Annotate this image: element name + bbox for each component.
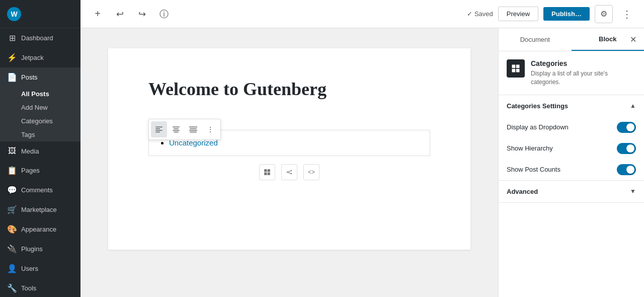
categories-settings-header[interactable]: Categories Settings ▲ <box>499 95 644 117</box>
align-wide-button[interactable] <box>185 121 201 137</box>
sidebar-item-users[interactable]: 👤 Users <box>0 259 80 278</box>
media-icon: 🖼 <box>7 146 17 156</box>
plugins-icon: 🔌 <box>7 244 17 254</box>
show-post-counts-toggle[interactable] <box>617 164 636 175</box>
sidebar-item-label: Comments <box>21 186 53 194</box>
panel-close-button[interactable]: ✕ <box>626 33 640 47</box>
sidebar-item-media[interactable]: 🖼 Media <box>0 141 80 161</box>
svg-rect-7 <box>174 132 178 132</box>
marketplace-icon: 🛒 <box>7 205 17 214</box>
more-icon: ⋮ <box>622 8 632 20</box>
sidebar-item-appearance[interactable]: 🎨 Appearance <box>0 219 80 239</box>
svg-rect-6 <box>173 130 179 130</box>
close-icon: ✕ <box>630 35 636 44</box>
block-description: Display a list of all your site's catego… <box>531 69 636 87</box>
saved-status: ✓ Saved <box>467 10 493 18</box>
display-as-dropdown-label: Display as Dropdown <box>507 123 569 131</box>
sidebar-item-marketplace[interactable]: 🛒 Marketplace <box>0 200 80 219</box>
categories-settings-title: Categories Settings <box>507 102 568 110</box>
sidebar-item-tools[interactable]: 🔧 Tools <box>0 278 80 297</box>
svg-rect-3 <box>155 132 160 132</box>
sidebar-item-dashboard[interactable]: ⊞ Dashboard <box>0 28 80 48</box>
sidebar-item-label: Appearance <box>21 226 56 233</box>
sidebar-item-label: Marketplace <box>21 206 57 213</box>
svg-rect-23 <box>512 69 516 72</box>
grid-view-button[interactable] <box>259 164 275 180</box>
advanced-section-header[interactable]: Advanced ▼ <box>499 181 644 202</box>
publish-button[interactable]: Publish… <box>543 7 590 21</box>
show-hierarchy-label: Show Hierarchy <box>507 144 553 152</box>
sidebar-item-jetpack[interactable]: ⚡ Jetpack <box>0 48 80 67</box>
submenu-all-posts[interactable]: All Posts <box>0 87 80 101</box>
svg-rect-8 <box>189 127 197 127</box>
submenu-categories[interactable]: Categories <box>0 114 80 128</box>
submenu-add-new[interactable]: Add New <box>0 101 80 114</box>
show-hierarchy-row: Show Hierarchy <box>499 138 644 159</box>
code-view-button[interactable]: <> <box>303 164 319 180</box>
svg-rect-15 <box>268 173 270 175</box>
show-post-counts-label: Show Post Counts <box>507 166 560 173</box>
add-block-button[interactable]: + <box>89 5 107 23</box>
sidebar: W ⊞ Dashboard ⚡ Jetpack 📄 Posts All Post… <box>0 0 80 297</box>
redo-icon: ↪ <box>138 9 146 20</box>
gear-icon: ⚙ <box>600 9 607 19</box>
svg-line-19 <box>288 171 291 172</box>
svg-point-17 <box>291 170 292 171</box>
align-left-button[interactable] <box>151 121 167 137</box>
svg-rect-4 <box>173 127 179 127</box>
sidebar-item-label: Plugins <box>21 245 43 253</box>
sidebar-item-label: Posts <box>21 73 38 81</box>
svg-rect-22 <box>516 65 520 68</box>
svg-rect-0 <box>155 127 162 127</box>
svg-rect-21 <box>512 65 516 68</box>
svg-point-18 <box>291 173 292 174</box>
appearance-icon: 🎨 <box>7 225 17 234</box>
preview-button[interactable]: Preview <box>498 7 538 21</box>
categories-block-icon <box>507 59 525 78</box>
align-center-button[interactable] <box>168 121 184 137</box>
svg-rect-1 <box>155 128 160 129</box>
post-title[interactable]: Welcome to Gutenberg <box>148 79 430 100</box>
sidebar-item-label: Dashboard <box>21 34 53 42</box>
info-button[interactable]: ⓘ <box>155 5 173 23</box>
dashboard-icon: ⊞ <box>7 33 17 43</box>
block-info-text: Categories Display a list of all your si… <box>531 59 636 87</box>
redo-button[interactable]: ↪ <box>133 5 151 23</box>
sidebar-item-plugins[interactable]: 🔌 Plugins <box>0 239 80 259</box>
display-as-dropdown-toggle[interactable] <box>617 122 636 133</box>
editor-canvas: Welcome to Gutenberg <box>108 48 470 250</box>
posts-icon: 📄 <box>7 72 17 82</box>
toolbar-right: ✓ Saved Preview Publish… ⚙ ⋮ <box>467 5 636 23</box>
categories-icon <box>511 63 521 73</box>
sidebar-item-pages[interactable]: 📋 Pages <box>0 161 80 180</box>
sidebar-item-label: Tools <box>21 284 36 292</box>
svg-rect-13 <box>268 169 270 172</box>
code-icon: <> <box>308 169 315 176</box>
block-more-button[interactable]: ⋮ <box>202 121 218 137</box>
sidebar-item-comments[interactable]: 💬 Comments <box>0 180 80 200</box>
svg-rect-10 <box>189 130 197 130</box>
more-options-button[interactable]: ⋮ <box>618 5 636 23</box>
sidebar-logo: W <box>0 0 80 28</box>
pages-icon: 📋 <box>7 166 17 175</box>
align-center-icon <box>172 125 180 133</box>
categories-settings-section: Categories Settings ▲ Display as Dropdow… <box>499 95 644 181</box>
align-wide-icon <box>189 125 197 133</box>
tree-view-button[interactable] <box>281 164 297 180</box>
tab-document[interactable]: Document <box>499 28 572 51</box>
submenu-tags[interactable]: Tags <box>0 128 80 141</box>
advanced-title: Advanced <box>507 188 538 195</box>
advanced-section: Advanced ▼ <box>499 181 644 203</box>
chevron-down-icon: ▼ <box>630 188 636 195</box>
sidebar-item-posts[interactable]: 📄 Posts <box>0 67 80 87</box>
editor-area: Welcome to Gutenberg <box>80 28 498 297</box>
top-toolbar: + ↩ ↪ ⓘ ✓ Saved Preview Publish… ⚙ ⋮ <box>80 0 644 28</box>
undo-button[interactable]: ↩ <box>111 5 129 23</box>
svg-rect-5 <box>174 128 178 129</box>
svg-line-20 <box>288 172 291 174</box>
svg-rect-9 <box>190 128 196 129</box>
tree-icon <box>286 169 293 176</box>
show-hierarchy-toggle[interactable] <box>617 143 636 154</box>
jetpack-icon: ⚡ <box>7 53 17 62</box>
settings-gear-button[interactable]: ⚙ <box>595 5 613 23</box>
